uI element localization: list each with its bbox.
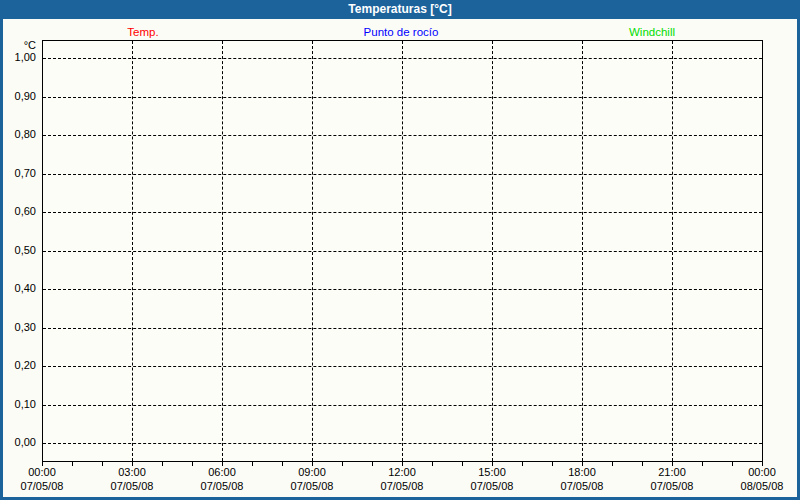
legend-item-windchill: Windchill <box>629 26 675 38</box>
x-tick-date: 07/05/08 <box>272 480 352 492</box>
y-tick-label: 0,90 <box>0 90 36 103</box>
x-tick-time: 00:00 <box>722 466 800 478</box>
y-tick-label: 0,40 <box>0 282 36 295</box>
chart-title: Temperaturas [°C] <box>348 2 451 16</box>
x-tick-time: 18:00 <box>542 466 622 478</box>
x-tick-time: 03:00 <box>92 466 172 478</box>
x-tick-date: 07/05/08 <box>2 480 82 492</box>
x-tick-date: 07/05/08 <box>632 480 712 492</box>
x-tick-date: 08/05/08 <box>722 480 800 492</box>
x-tick-date: 07/05/08 <box>362 480 442 492</box>
x-tick-time: 00:00 <box>2 466 82 478</box>
x-tick-date: 07/05/08 <box>452 480 532 492</box>
x-tick-time: 15:00 <box>452 466 532 478</box>
x-tick-time: 06:00 <box>182 466 262 478</box>
y-tick-label: 0,10 <box>0 398 36 411</box>
y-tick-label: 0,60 <box>0 205 36 218</box>
x-tick-date: 07/05/08 <box>92 480 172 492</box>
plot-area <box>42 40 763 462</box>
temperature-chart-window: Temperaturas [°C] Temp. Punto de rocío W… <box>0 0 800 500</box>
y-tick-label: 0,30 <box>0 321 36 334</box>
x-tick-time: 12:00 <box>362 466 442 478</box>
x-tick-date: 07/05/08 <box>182 480 262 492</box>
y-tick-label: 1,00 <box>0 51 36 64</box>
y-tick-label: 0,00 <box>0 436 36 449</box>
y-tick-label: 0,70 <box>0 167 36 180</box>
v-gridline <box>492 41 493 461</box>
title-bar: Temperaturas [°C] <box>0 0 800 19</box>
y-tick-label: 0,20 <box>0 359 36 372</box>
legend-item-dew-point: Punto de rocío <box>364 26 439 38</box>
y-tick-label: 0,80 <box>0 128 36 141</box>
v-gridline <box>402 41 403 461</box>
v-gridline <box>132 41 133 461</box>
v-gridline <box>672 41 673 461</box>
y-tick-label: 0,50 <box>0 244 36 257</box>
v-gridline <box>222 41 223 461</box>
x-tick-time: 21:00 <box>632 466 712 478</box>
v-gridline <box>312 41 313 461</box>
legend-item-temp: Temp. <box>127 26 158 38</box>
x-tick-date: 07/05/08 <box>542 480 622 492</box>
v-gridline <box>582 41 583 461</box>
x-tick-time: 09:00 <box>272 466 352 478</box>
